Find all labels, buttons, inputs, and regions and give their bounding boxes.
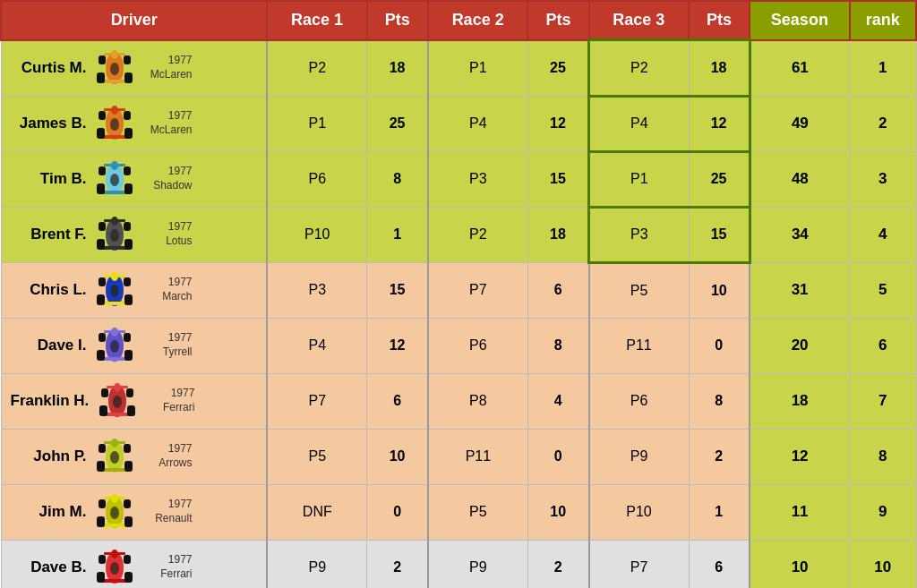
svg-point-74 [110,507,119,519]
race2-pos: P6 [428,318,527,373]
driver-cell: Dave B. 1977Ferrari [1,540,267,588]
race1-pos: P1 [267,96,366,151]
svg-rect-22 [104,164,125,166]
svg-rect-44 [124,294,133,305]
table-row: Chris L. 1977March P315P76P510315 [1,262,916,318]
svg-rect-80 [124,516,133,527]
svg-point-65 [110,451,119,464]
year-team: 1977March [143,276,193,303]
race3-pts: 10 [689,262,750,318]
race3-pos: P10 [589,484,689,540]
driver-name: Franklin H. [11,392,90,410]
race3-pts: 8 [689,373,750,429]
driver-cell: Franklin H. 1977Ferrari [1,373,267,429]
season-pts: 12 [750,429,849,484]
svg-point-29 [110,229,119,242]
car-icon [90,104,140,144]
car-icon [90,437,140,477]
race3-pos: P9 [589,429,689,484]
season-pts: 11 [750,484,849,540]
driver-name: John P. [11,447,87,465]
car-icon [90,270,140,311]
race2-pos: P5 [428,484,527,540]
race2-pos: P11 [428,429,527,484]
svg-rect-14 [99,111,106,120]
driver-name: Tim B. [11,170,87,188]
svg-rect-53 [124,350,133,361]
rank-value: 2 [850,96,916,151]
table-row: Curtis M. 1977McLaren P218P125P218611 [1,40,916,97]
race3-pts: 18 [689,40,750,97]
svg-rect-4 [104,53,125,55]
svg-rect-7 [97,72,105,83]
svg-rect-25 [97,183,105,194]
col-header-pts1: Pts [367,1,428,40]
season-pts: 20 [750,318,849,373]
race2-pos: P9 [428,540,527,588]
driver-cell: John P. 1977Arrows [1,429,267,484]
race1-pos: P10 [267,207,366,262]
race3-pos: P7 [589,540,689,588]
race3-pos: P5 [589,262,689,318]
col-header-race2: Race 2 [428,1,527,40]
header-row: Driver Race 1 Pts Race 2 Pts Race 3 Pts … [1,1,916,40]
car-icon [90,326,140,366]
rank-value: 6 [850,318,916,373]
svg-rect-78 [124,499,131,508]
svg-rect-43 [97,294,105,305]
svg-point-47 [110,340,119,353]
race3-pts: 6 [689,540,750,588]
race1-pos: P5 [267,429,366,484]
svg-rect-23 [99,166,106,175]
race2-pos: P7 [428,262,527,318]
rank-value: 7 [850,373,916,429]
rank-value: 4 [850,207,916,262]
driver-name: Dave B. [11,558,87,576]
race2-pts: 15 [527,151,588,207]
race2-pos: P8 [428,373,527,429]
race1-pts: 15 [367,262,428,318]
race2-pts: 8 [527,318,588,373]
season-pts: 48 [750,151,849,207]
svg-rect-13 [104,108,125,111]
rank-value: 1 [850,40,916,97]
driver-name: Curtis M. [11,59,87,77]
race2-pts: 10 [527,484,588,540]
svg-rect-35 [124,239,133,250]
svg-point-20 [110,174,119,186]
race1-pts: 6 [367,373,428,429]
race3-pts: 0 [689,318,750,373]
svg-rect-86 [99,555,106,564]
svg-rect-15 [124,111,131,120]
svg-rect-16 [97,128,105,139]
year-team: 1977Lotus [143,220,193,248]
col-header-race1: Race 1 [267,1,366,40]
year-team: 1977Tyrrell [143,331,193,359]
svg-rect-41 [99,277,106,286]
season-pts: 34 [750,207,849,262]
table-row: Dave B. 1977Ferrari P92P92P761010 [1,540,916,588]
col-header-season: Season [750,1,849,40]
svg-rect-61 [99,405,107,416]
svg-rect-50 [99,333,106,342]
season-pts: 18 [750,373,849,429]
svg-rect-59 [101,388,108,397]
race1-pts: 8 [367,151,428,207]
race1-pts: 10 [367,429,428,484]
svg-rect-89 [124,572,133,583]
svg-rect-76 [104,497,125,499]
col-header-rank: rank [850,1,916,40]
svg-rect-58 [107,386,128,388]
table-row: Franklin H. 1977Ferrari P76P84P68187 [1,373,916,429]
table-row: Jim M. 1977Renault DNF0P510P101119 [1,484,916,540]
svg-rect-17 [124,128,133,139]
race2-pos: P4 [428,96,527,151]
svg-rect-33 [124,222,131,231]
driver-cell: Jim M. 1977Renault [1,484,267,540]
svg-rect-88 [97,572,105,583]
svg-rect-85 [104,552,125,555]
svg-rect-87 [124,555,131,564]
race1-pts: 0 [367,484,428,540]
year-team: 1977Arrows [143,442,193,470]
svg-rect-52 [97,350,105,361]
